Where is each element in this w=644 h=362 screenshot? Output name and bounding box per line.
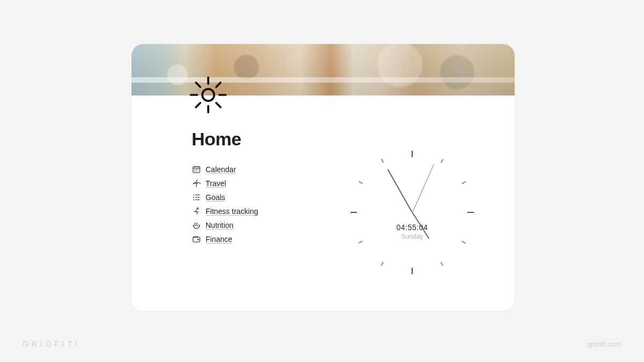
svg-point-26 bbox=[197, 239, 199, 240]
bowl-icon bbox=[192, 220, 201, 230]
clock-tick bbox=[381, 159, 384, 163]
clock-tick bbox=[358, 181, 363, 184]
sun-icon bbox=[188, 75, 228, 115]
clock-tick bbox=[462, 181, 466, 184]
link-label: Nutrition bbox=[206, 221, 233, 230]
brand-url: gridfiti.com bbox=[588, 340, 621, 348]
columns: Calendar Travel Goals bbox=[192, 165, 499, 274]
svg-line-5 bbox=[196, 83, 200, 87]
svg-line-6 bbox=[216, 103, 221, 107]
link-fitness[interactable]: Fitness tracking bbox=[192, 206, 304, 216]
running-icon bbox=[192, 206, 201, 216]
wallet-icon bbox=[192, 234, 201, 244]
clock-tick bbox=[462, 241, 466, 243]
link-goals[interactable]: Goals bbox=[192, 193, 304, 202]
clock-widget: 04:55:04 Sunday bbox=[326, 165, 499, 274]
calendar-icon bbox=[192, 165, 201, 174]
svg-point-20 bbox=[193, 200, 194, 201]
clock-tick bbox=[358, 241, 363, 243]
brand-wordmark: GRIDFITI bbox=[23, 339, 80, 348]
clock-second-hand bbox=[412, 164, 434, 212]
page-title: Home bbox=[192, 129, 499, 150]
notion-page-card: Home Calendar Travel bbox=[131, 44, 515, 311]
link-label: Finance bbox=[206, 235, 232, 243]
clock-minute-hand bbox=[387, 169, 413, 213]
link-label: Fitness tracking bbox=[206, 207, 258, 216]
link-nutrition[interactable]: Nutrition bbox=[192, 220, 304, 230]
svg-point-24 bbox=[197, 208, 199, 209]
clock-tick bbox=[412, 268, 413, 274]
clock-tick bbox=[350, 212, 357, 213]
clock-tick bbox=[412, 151, 413, 157]
svg-line-7 bbox=[216, 83, 221, 87]
svg-point-18 bbox=[193, 195, 194, 196]
clock-tick bbox=[381, 262, 384, 266]
palm-tree-icon bbox=[192, 179, 201, 188]
clock-tick bbox=[441, 262, 443, 266]
link-label: Goals bbox=[206, 193, 225, 202]
svg-line-8 bbox=[196, 103, 200, 107]
svg-point-0 bbox=[202, 89, 214, 101]
list-icon bbox=[192, 193, 201, 202]
clock-day: Sunday bbox=[401, 233, 423, 240]
link-label: Travel bbox=[206, 179, 226, 188]
analog-clock: 04:55:04 Sunday bbox=[350, 151, 474, 274]
clock-tick bbox=[467, 212, 474, 213]
link-finance[interactable]: Finance bbox=[192, 234, 304, 244]
svg-point-19 bbox=[193, 197, 194, 198]
page-icon[interactable] bbox=[188, 75, 228, 115]
clock-tick bbox=[441, 159, 443, 163]
link-label: Calendar bbox=[206, 165, 236, 174]
link-travel[interactable]: Travel bbox=[192, 179, 304, 188]
page-links: Calendar Travel Goals bbox=[192, 165, 304, 274]
page-content: Home Calendar Travel bbox=[192, 129, 499, 311]
link-calendar[interactable]: Calendar bbox=[192, 165, 304, 174]
